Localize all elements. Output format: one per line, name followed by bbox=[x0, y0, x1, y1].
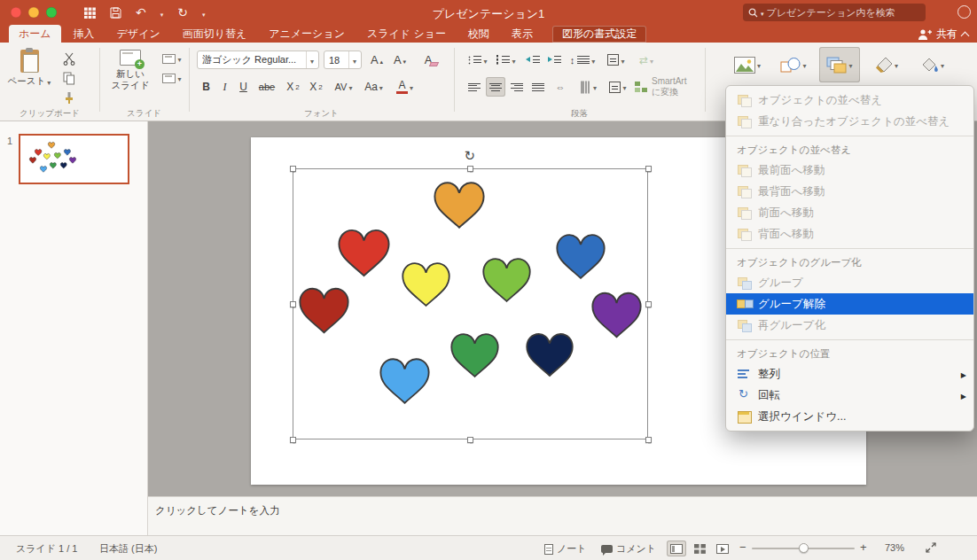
heart-shape-dark-red[interactable] bbox=[29, 157, 36, 164]
heart-shape-red[interactable] bbox=[337, 227, 391, 279]
quick-styles-button[interactable] bbox=[865, 49, 906, 81]
account-icon[interactable] bbox=[957, 5, 971, 19]
align-center-button[interactable] bbox=[486, 77, 505, 97]
heart-shape-sky-blue[interactable] bbox=[379, 355, 431, 407]
heart-shape-blue[interactable] bbox=[64, 149, 71, 156]
subscript-button[interactable]: X2 bbox=[305, 77, 327, 97]
align-right-button[interactable] bbox=[507, 77, 527, 97]
font-name-combo[interactable]: 游ゴシック Regular... bbox=[197, 51, 319, 69]
slide-sorter-view-button[interactable] bbox=[690, 541, 709, 556]
heart-shape-light-green[interactable] bbox=[481, 256, 532, 304]
indent-button[interactable] bbox=[544, 51, 564, 69]
heart-shape-orange[interactable] bbox=[48, 142, 55, 149]
heart-shape-yellow[interactable] bbox=[43, 153, 51, 159]
undo-icon[interactable] bbox=[136, 4, 146, 20]
share-button[interactable]: 共有 bbox=[918, 27, 968, 42]
selection-handle[interactable] bbox=[645, 437, 652, 443]
menu-item[interactable]: グループ解除 bbox=[726, 293, 973, 315]
zoom-out-button[interactable]: − bbox=[739, 541, 746, 554]
view-switcher-icon[interactable] bbox=[84, 7, 96, 19]
ribbon-tab-0[interactable]: ホーム bbox=[9, 25, 61, 43]
heart-shape-purple[interactable] bbox=[69, 157, 76, 164]
selection-handle[interactable] bbox=[290, 301, 296, 307]
shrink-font-button[interactable]: A bbox=[389, 51, 410, 69]
rotate-handle[interactable] bbox=[465, 149, 476, 162]
distribute-button[interactable] bbox=[550, 77, 571, 97]
ribbon-tab-8[interactable]: 図形の書式設定 bbox=[552, 26, 646, 43]
menu-item[interactable]: 整列 bbox=[726, 363, 973, 385]
character-spacing-button[interactable]: AV bbox=[330, 77, 357, 97]
grow-font-button[interactable]: A bbox=[366, 51, 387, 69]
ribbon-tab-2[interactable]: デザイン bbox=[107, 25, 170, 43]
heart-shape-blue[interactable] bbox=[555, 231, 606, 282]
undo-dropdown-icon[interactable] bbox=[160, 4, 164, 20]
language-indicator[interactable]: 日本語 (日本) bbox=[99, 542, 157, 556]
insert-shapes-button[interactable] bbox=[773, 49, 814, 81]
slideshow-view-button[interactable] bbox=[713, 541, 732, 556]
heart-shape-light-green[interactable] bbox=[54, 152, 61, 159]
heart-shape-dark-red[interactable] bbox=[298, 285, 350, 336]
copy-button[interactable] bbox=[59, 70, 80, 86]
paste-button[interactable]: ペースト bbox=[6, 50, 52, 106]
italic-button[interactable]: I bbox=[216, 77, 233, 97]
heart-shape-sky-blue[interactable] bbox=[40, 166, 47, 173]
clear-formatting-button[interactable]: A bbox=[417, 51, 440, 69]
save-icon[interactable] bbox=[110, 7, 121, 19]
selection-handle[interactable] bbox=[467, 166, 473, 172]
align-text-button[interactable] bbox=[605, 77, 631, 97]
justify-button[interactable] bbox=[528, 77, 548, 97]
menu-item[interactable]: 回転 bbox=[726, 385, 973, 406]
search-box[interactable]: プレゼンテーション内を検索 bbox=[743, 4, 926, 21]
heart-shape-navy[interactable] bbox=[525, 331, 574, 379]
selection-handle[interactable] bbox=[467, 437, 473, 443]
normal-view-button[interactable] bbox=[667, 541, 686, 556]
new-slide-button[interactable]: + 新しいスライド bbox=[105, 50, 156, 106]
heart-shape-green[interactable] bbox=[50, 162, 57, 169]
notes-toggle-button[interactable]: ノート bbox=[544, 542, 587, 556]
bold-button[interactable]: B bbox=[197, 77, 215, 97]
insert-picture-button[interactable] bbox=[727, 49, 768, 81]
selection-handle[interactable] bbox=[645, 166, 652, 172]
selection-handle[interactable] bbox=[290, 166, 296, 172]
reset-slide-button[interactable] bbox=[160, 70, 184, 86]
heart-shape-navy[interactable] bbox=[60, 162, 67, 168]
strikethrough-button[interactable]: abe bbox=[254, 77, 279, 97]
ribbon-tab-6[interactable]: 校閲 bbox=[458, 25, 499, 43]
line-spacing-button[interactable] bbox=[567, 51, 598, 69]
bullets-button[interactable] bbox=[465, 51, 491, 69]
toolbar-dropdown-icon[interactable] bbox=[202, 4, 206, 20]
numbering-button[interactable] bbox=[493, 51, 520, 69]
close-button[interactable] bbox=[11, 7, 21, 18]
superscript-button[interactable]: X2 bbox=[282, 77, 304, 97]
heart-shape-red[interactable] bbox=[35, 149, 42, 156]
vertical-text-button[interactable] bbox=[574, 77, 601, 97]
arrange-button[interactable] bbox=[819, 47, 860, 82]
redo-icon[interactable] bbox=[177, 4, 188, 20]
fit-slide-button[interactable] bbox=[926, 542, 936, 553]
ribbon-tab-1[interactable]: 挿入 bbox=[64, 25, 105, 43]
align-left-button[interactable] bbox=[465, 77, 484, 97]
columns-button[interactable] bbox=[603, 51, 629, 69]
fullscreen-button[interactable] bbox=[46, 7, 57, 18]
slide-layout-button[interactable] bbox=[160, 51, 184, 66]
shape-fill-button[interactable] bbox=[911, 49, 952, 81]
heart-shape-orange[interactable] bbox=[433, 180, 486, 230]
menu-item[interactable]: 選択ウインドウ... bbox=[726, 406, 973, 427]
font-size-combo[interactable]: 18 bbox=[324, 51, 362, 69]
ribbon-tab-4[interactable]: アニメーション bbox=[259, 25, 355, 43]
change-case-button[interactable]: Aa bbox=[360, 77, 387, 97]
zoom-level[interactable]: 73% bbox=[885, 542, 904, 553]
font-color-button[interactable]: A bbox=[390, 77, 419, 97]
ribbon-tab-5[interactable]: スライド ショー bbox=[357, 25, 456, 43]
notes-pane[interactable]: クリックしてノートを入力 bbox=[148, 496, 977, 535]
outdent-button[interactable] bbox=[523, 51, 543, 69]
minimize-button[interactable] bbox=[28, 7, 39, 18]
underline-button[interactable]: U bbox=[234, 77, 253, 97]
cut-button[interactable] bbox=[59, 51, 80, 66]
zoom-in-button[interactable]: + bbox=[860, 541, 867, 554]
ribbon-tab-7[interactable]: 表示 bbox=[502, 25, 543, 43]
zoom-slider-knob[interactable] bbox=[799, 543, 809, 553]
comments-toggle-button[interactable]: コメント bbox=[601, 542, 656, 556]
heart-shape-purple[interactable] bbox=[590, 290, 643, 340]
slide-thumbnail[interactable] bbox=[19, 134, 129, 184]
